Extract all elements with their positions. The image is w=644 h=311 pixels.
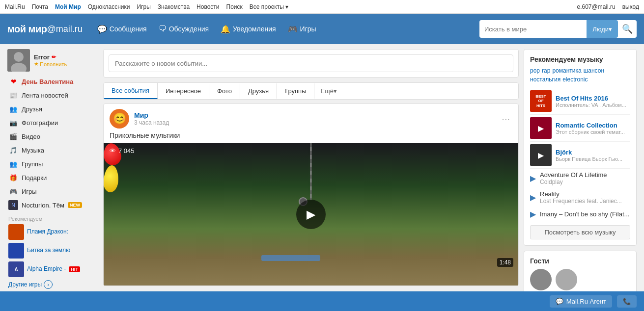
avatar — [7, 49, 30, 72]
track-1[interactable]: ▶ Reality Lost Frequencies feat. Janiec.… — [530, 188, 630, 207]
track-info-0: Adventure Of A Lifetime Coldplay — [540, 171, 607, 185]
nav-games[interactable]: 🎮 Игры — [283, 22, 321, 37]
guest-avatar-0[interactable] — [530, 269, 552, 290]
nocturion-icon: N — [8, 200, 18, 210]
tab-interesting[interactable]: Интересное — [158, 83, 209, 99]
logo-text: мой мир — [7, 24, 47, 35]
guests-avatars — [530, 269, 630, 290]
other-games-link[interactable]: Другие игры › — [7, 279, 98, 290]
album-0[interactable]: BESTOFHITS Best Of Hits 2016 Исполнитель… — [530, 88, 630, 115]
username: Error ✏ — [34, 53, 98, 61]
nav-novosti[interactable]: Новости — [196, 3, 219, 10]
album-sub-0: Исполнитель: VA . Альбом... — [556, 102, 630, 108]
center-feed: Все события Интересное Фото Друзья Групп… — [103, 49, 519, 302]
phone-button[interactable]: 📞 — [617, 295, 637, 307]
genre-nostalgia[interactable]: ностальгия — [530, 76, 560, 83]
post-text: Прикольные мультики — [104, 131, 518, 143]
user-block: Error ✏ Пополнить — [7, 49, 98, 72]
guest-avatar-1[interactable] — [556, 269, 577, 290]
nav-igry[interactable]: Игры — [137, 3, 150, 10]
nav-odnoklassniki[interactable]: Одноклассники — [88, 3, 130, 10]
guests-widget-title: Гости — [530, 257, 630, 265]
sidebar-item-gifts[interactable]: 🎁 Подарки — [7, 171, 98, 184]
sidebar-item-games-section[interactable]: 🎮 Игры — [7, 184, 98, 198]
nav-discussions[interactable]: 🗨 Обсуждения — [154, 22, 214, 36]
track-2[interactable]: ▶ Imany – Don't be so shy (Filat... — [530, 207, 630, 221]
genre-electronic[interactable]: electronic — [562, 76, 588, 83]
sidebar-item-groups[interactable]: 👥 Группы — [7, 157, 98, 171]
sidebar-item-nocturion[interactable]: N Nocturion. Тём NEW — [7, 198, 98, 212]
whatsapp-icon: 💬 — [556, 298, 563, 305]
tab-friends[interactable]: Друзья — [240, 83, 277, 99]
sidebar-item-music[interactable]: 🎵 Музыка — [7, 143, 98, 157]
track-name-0: Adventure Of A Lifetime — [540, 171, 607, 179]
logout-link[interactable]: выход — [622, 3, 639, 10]
music-icon: 🎵 — [8, 145, 18, 155]
news-icon: 📰 — [8, 90, 18, 100]
nav-vseproekty[interactable]: Все проекты ▾ — [250, 3, 288, 10]
nav-notifications[interactable]: 🔔 Уведомления — [216, 22, 281, 37]
music-widget-title: Рекомендуем музыку — [530, 55, 630, 63]
edit-icon[interactable]: ✏ — [52, 54, 56, 60]
user-info: Error ✏ Пополнить — [34, 53, 98, 67]
header-nav: 💬 Сообщения 🗨 Обсуждения 🔔 Уведомления 🎮… — [92, 22, 475, 37]
nav-pochta[interactable]: Почта — [32, 3, 48, 10]
see-all-music-button[interactable]: Посмотреть всю музыку — [530, 225, 630, 239]
logo[interactable]: мой мир @mail.ru — [7, 24, 83, 35]
rec-name-2: Alpha Empire - — [27, 265, 66, 273]
post-menu-button[interactable]: ··· — [499, 113, 512, 125]
album-2[interactable]: ▶ Björk Бьорк Певица Бьорк Гью... — [530, 142, 630, 169]
music-genres: pop rap романтика шансон ностальгия elec… — [530, 67, 630, 83]
nav-poisk[interactable]: Поиск — [226, 3, 243, 10]
rec-name-0: Пламя Дракон: — [27, 228, 68, 236]
rec-game-0[interactable]: Пламя Дракон: — [7, 223, 98, 241]
track-0[interactable]: ▶ Adventure Of A Lifetime Coldplay — [530, 169, 630, 188]
games-icon: 🎮 — [288, 25, 298, 34]
messages-label: Сообщения — [110, 25, 147, 33]
album-info-2: Björk Бьорк Певица Бьорк Гью... — [556, 149, 630, 162]
album-info-1: Romantic Collection Этот сборник своей т… — [556, 122, 630, 135]
search-submit-button[interactable]: 🔍 — [618, 24, 637, 34]
nav-moimir[interactable]: Мой Мир — [55, 3, 81, 10]
svg-point-1 — [14, 52, 24, 62]
post-author-name[interactable]: Мир — [134, 111, 494, 119]
sidebar-item-video[interactable]: 🎬 Видео — [7, 130, 98, 143]
sidebar-item-photos[interactable]: 📷 Фотографии — [7, 116, 98, 130]
tab-photo[interactable]: Фото — [209, 83, 240, 99]
sidebar-item-valentine[interactable]: ❤ День Валентина — [7, 75, 98, 88]
video-duration: 1:48 — [497, 258, 513, 267]
nav-znakomstva[interactable]: Знакомства — [158, 3, 190, 10]
album-thumb-1: ▶ — [530, 117, 552, 139]
genre-romance[interactable]: романтика — [552, 67, 581, 74]
new-badge: NEW — [68, 202, 82, 208]
mailru-agent-button[interactable]: 💬 Mail.Ru Агент — [550, 295, 612, 307]
video-play-button[interactable]: ▶ — [296, 200, 326, 229]
track-name-2: Imany – Don't be so shy (Filat... — [540, 210, 629, 218]
groups-icon: 👥 — [8, 159, 18, 169]
post-input[interactable] — [109, 54, 513, 72]
video-container[interactable]: 👁 7 045 ▶ 1:48 Прикольные мультики + Доб… — [104, 143, 518, 285]
genre-rap[interactable]: rap — [542, 67, 550, 74]
nav-mailru[interactable]: Mail.Ru — [5, 3, 25, 10]
rec-game-1[interactable]: Битва за землю — [7, 241, 98, 260]
rec-game-2[interactable]: A Alpha Empire - HIT — [7, 260, 98, 279]
tab-groups[interactable]: Группы — [277, 83, 314, 99]
album-thumb-0: BESTOFHITS — [530, 90, 552, 112]
rec-thumb-1 — [8, 243, 24, 259]
genre-shanson[interactable]: шансон — [584, 67, 604, 74]
polnit-link[interactable]: Пополнить — [34, 61, 98, 67]
sidebar-item-friends[interactable]: 👥 Друзья — [7, 102, 98, 116]
tab-all-events[interactable]: Все события — [104, 83, 158, 99]
album-1[interactable]: ▶ Romantic Collection Этот сборник своей… — [530, 115, 630, 142]
genre-pop[interactable]: pop — [530, 67, 540, 74]
rec-thumb-2: A — [8, 261, 24, 277]
right-sidebar: Рекомендуем музыку pop rap романтика шан… — [524, 49, 637, 302]
nav-messages[interactable]: 💬 Сообщения — [92, 22, 152, 37]
notifications-label: Уведомления — [233, 25, 276, 33]
sidebar-item-news[interactable]: 📰 Лента новостей — [7, 88, 98, 102]
search-input[interactable] — [479, 26, 587, 33]
phone-icon: 📞 — [623, 298, 631, 305]
tab-more[interactable]: Ещё▾ — [314, 83, 343, 99]
search-people-button[interactable]: Люди▾ — [587, 20, 618, 38]
main-content: Error ✏ Пополнить ❤ День Валентина 📰 Лен… — [0, 44, 644, 307]
